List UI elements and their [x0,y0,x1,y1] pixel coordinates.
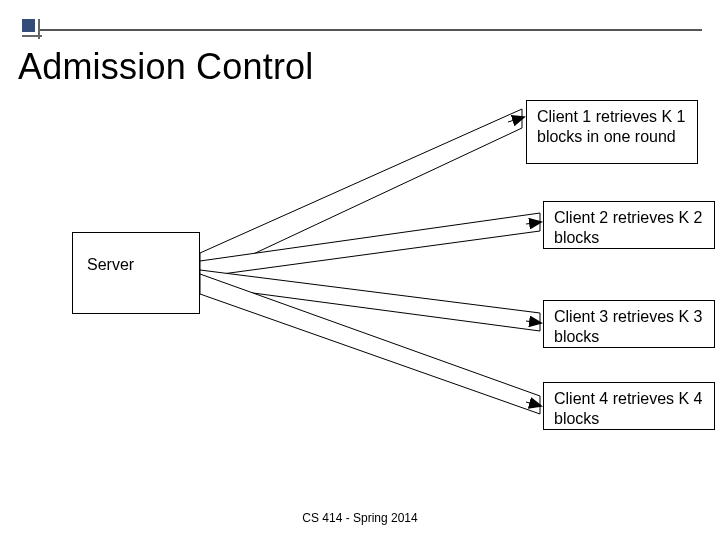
client-1-box: Client 1 retrieves K 1 blocks in one rou… [526,100,698,164]
client-2-box: Client 2 retrieves K 2 blocks [543,201,715,249]
svg-line-5 [526,321,541,323]
arrow-client-1 [200,109,524,279]
svg-line-7 [526,402,541,406]
svg-line-1 [508,117,524,122]
client-3-box: Client 3 retrieves K 3 blocks [543,300,715,348]
corner-decoration [22,19,42,39]
server-label: Server [87,256,134,273]
svg-marker-0 [200,109,522,279]
client-3-text: Client 3 retrieves K 3 blocks [554,308,703,345]
arrow-client-3 [200,270,541,331]
footer-text: CS 414 - Spring 2014 [0,511,720,525]
svg-line-3 [526,222,541,224]
client-4-box: Client 4 retrieves K 4 blocks [543,382,715,430]
arrow-client-2 [200,213,541,277]
corner-horizontal-line [22,35,42,37]
corner-square-icon [22,19,35,32]
svg-marker-6 [200,274,540,414]
server-box: Server [72,232,200,314]
svg-marker-2 [200,213,540,277]
client-1-text: Client 1 retrieves K 1 blocks in one rou… [537,108,686,145]
header-rule [40,29,702,31]
svg-marker-4 [200,270,540,331]
arrow-client-4 [200,274,541,414]
client-4-text: Client 4 retrieves K 4 blocks [554,390,703,427]
slide: Admission Control Server [0,0,720,540]
page-title: Admission Control [18,46,314,88]
client-2-text: Client 2 retrieves K 2 blocks [554,209,703,246]
